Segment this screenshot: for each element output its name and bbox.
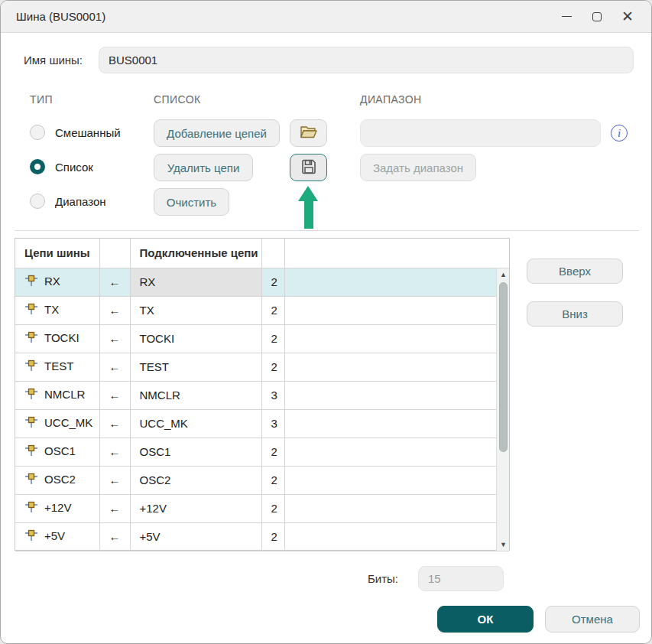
connected-net-label: TOCKI: [130, 324, 261, 353]
table-row[interactable]: OSC1 ← OSC1 2: [15, 437, 509, 466]
type-radio-option[interactable]: Смешанный: [30, 123, 121, 141]
radio-icon: [30, 194, 45, 209]
bits-label: Биты:: [368, 572, 398, 585]
separator-line: [15, 230, 639, 231]
connected-net-label: OSC1: [130, 437, 261, 466]
bus-net-label: TX: [44, 303, 59, 316]
move-up-button[interactable]: Вверх: [527, 259, 623, 284]
list-section-label: СПИСОК: [154, 93, 200, 106]
direction-arrow: ←: [99, 296, 130, 324]
net-pin-icon: [24, 388, 38, 402]
scrollbar-thumb[interactable]: [499, 282, 508, 452]
table-row[interactable]: RX ← RX 2: [15, 268, 509, 296]
scroll-up-icon[interactable]: ▲: [497, 268, 510, 281]
empty-cell: [284, 409, 509, 437]
table-row[interactable]: NMCLR ← NMCLR 3: [15, 381, 509, 409]
radio-label: Смешанный: [55, 126, 121, 139]
bits-input[interactable]: [418, 566, 504, 591]
net-pin-icon: [24, 529, 38, 544]
pin-count: 2: [261, 324, 284, 353]
table-header-cell: [284, 239, 509, 268]
direction-arrow: ←: [99, 268, 130, 296]
empty-cell: [284, 324, 509, 353]
radio-label: Диапазон: [55, 195, 106, 208]
direction-arrow: ←: [99, 522, 130, 551]
floppy-save-icon: [300, 158, 317, 177]
table-scrollbar[interactable]: ▲ ▼: [496, 268, 509, 551]
minimize-button[interactable]: [556, 7, 576, 27]
add-nets-button[interactable]: Добавление цепей: [154, 119, 280, 147]
empty-cell: [284, 268, 509, 296]
table-row[interactable]: TOCKI ← TOCKI 2: [15, 324, 509, 353]
type-radio-option[interactable]: Список: [30, 158, 121, 176]
bus-table-body: RX ← RX 2 TX ← TX 2: [15, 268, 509, 551]
net-pin-icon: [24, 444, 38, 459]
empty-cell: [284, 353, 509, 381]
bus-net-label: TEST: [44, 359, 73, 372]
save-file-button[interactable]: [290, 154, 327, 181]
move-down-button[interactable]: Вниз: [527, 301, 623, 327]
empty-cell: [284, 466, 509, 494]
net-pin-icon: [24, 501, 38, 516]
bus-net-label: NMCLR: [44, 388, 85, 401]
table-row[interactable]: TX ← TX 2: [15, 296, 509, 324]
table-row[interactable]: +12V ← +12V 2: [15, 494, 509, 522]
bus-name-input[interactable]: [99, 47, 634, 73]
clear-button[interactable]: Очистить: [154, 188, 229, 216]
pin-count: 2: [261, 466, 284, 494]
connected-net-label: +12V: [130, 494, 261, 522]
scroll-down-icon[interactable]: ▼: [497, 538, 510, 551]
bus-dialog-window: Шина (BUS0001) ✕ Имя шины: ТИП СПИСОК ДИ…: [0, 0, 652, 644]
direction-arrow: ←: [99, 381, 130, 409]
ok-button[interactable]: ОК: [437, 606, 534, 633]
bus-name-label: Имя шины:: [24, 54, 83, 67]
type-radio-option[interactable]: Диапазон: [30, 192, 121, 210]
bus-net-label: OSC1: [44, 444, 76, 457]
connected-net-label: +5V: [130, 522, 261, 551]
range-input[interactable]: [360, 119, 601, 147]
bus-net-label: TOCKI: [44, 331, 79, 344]
maximize-button[interactable]: [587, 7, 607, 27]
bus-net-label: UCC_MK: [44, 416, 92, 429]
pin-count: 2: [261, 353, 284, 381]
table-row[interactable]: UCC_MK ← UCC_MK 3: [15, 409, 509, 437]
pin-count: 2: [261, 296, 284, 324]
empty-cell: [284, 381, 509, 409]
connected-net-label: NMCLR: [130, 381, 261, 409]
pin-count: 3: [261, 409, 284, 437]
net-pin-icon: [24, 416, 38, 431]
titlebar: Шина (BUS0001) ✕: [1, 1, 651, 33]
type-section-label: ТИП: [30, 93, 53, 106]
net-pin-icon: [24, 473, 38, 487]
table-header-cell: Подключенные цепи: [130, 239, 261, 268]
table-header-cell: [99, 239, 130, 268]
close-button[interactable]: ✕: [618, 7, 637, 27]
bus-net-label: OSC2: [44, 473, 76, 486]
close-icon: ✕: [621, 9, 634, 24]
connected-net-label: TEST: [130, 353, 261, 381]
pin-count: 2: [261, 437, 284, 466]
direction-arrow: ←: [99, 437, 130, 466]
pin-count: 2: [261, 522, 284, 551]
info-icon[interactable]: i: [611, 125, 628, 141]
direction-arrow: ←: [99, 409, 130, 437]
table-header-cell: Цепи шины: [15, 239, 99, 268]
table-row[interactable]: OSC2 ← OSC2 2: [15, 466, 509, 494]
delete-nets-button[interactable]: Удалить цепи: [154, 154, 253, 181]
connected-net-label: UCC_MK: [130, 409, 261, 437]
window-title: Шина (BUS0001): [16, 10, 105, 23]
net-pin-icon: [24, 359, 38, 374]
bus-net-label: +5V: [44, 529, 65, 542]
set-range-button[interactable]: Задать диапазон: [360, 154, 476, 181]
open-file-button[interactable]: [290, 119, 327, 147]
table-row[interactable]: TEST ← TEST 2: [15, 353, 509, 381]
cancel-button[interactable]: Отмена: [545, 606, 640, 633]
pin-count: 3: [261, 381, 284, 409]
direction-arrow: ←: [99, 324, 130, 353]
direction-arrow: ←: [99, 353, 130, 381]
minimize-icon: [562, 16, 572, 17]
empty-cell: [284, 296, 509, 324]
net-pin-icon: [24, 331, 38, 346]
table-row[interactable]: +5V ← +5V 2: [15, 522, 509, 551]
pin-count: 2: [261, 268, 284, 296]
